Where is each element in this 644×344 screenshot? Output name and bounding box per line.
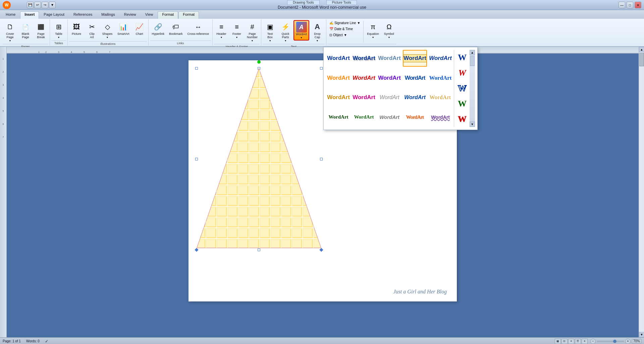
text-box-arrow: ▼: [269, 40, 271, 42]
wordart-item-4[interactable]: WordArt: [403, 50, 427, 67]
tab-review[interactable]: Review: [120, 11, 141, 19]
draft-view-btn[interactable]: ≡: [582, 339, 588, 344]
wordart-item-19[interactable]: WordArt: [403, 109, 427, 126]
quick-parts-label: QuickParts: [282, 32, 289, 39]
redo-btn[interactable]: ↪: [42, 2, 48, 8]
close-btn[interactable]: ✕: [635, 2, 641, 8]
customize-quick-access[interactable]: ▼: [49, 2, 56, 8]
vscroll-thumb[interactable]: [639, 53, 644, 66]
shape-wrapper[interactable]: [195, 67, 323, 251]
chart-btn[interactable]: 📈 Chart: [132, 20, 147, 37]
wordart-item-13[interactable]: WordArt: [377, 89, 401, 106]
wordart-item-2[interactable]: WordArt: [352, 50, 376, 67]
wordart-item-11[interactable]: WordArt: [326, 89, 351, 106]
drop-cap-icon: A: [312, 21, 323, 32]
web-view-btn[interactable]: ≡: [568, 339, 574, 344]
wordart-item-10[interactable]: WordArt: [428, 70, 452, 86]
table-btn[interactable]: ⊞ Table ▼: [51, 20, 66, 40]
fullscreen-view-btn[interactable]: ⊡: [561, 339, 568, 344]
status-bar: Page: 1 of 1 Words: 0 ✓ ▦ ⊡ ≡ ☰ ≡ − + 70…: [0, 337, 644, 344]
cover-page-btn[interactable]: 🗋 CoverPage ▼: [3, 20, 17, 43]
text-box-icon: ▣: [265, 21, 275, 32]
save-quick-btn[interactable]: 💾: [27, 2, 34, 8]
smartart-btn[interactable]: 📊 SmartArt: [115, 20, 131, 37]
wordart-item-5[interactable]: WordArt: [428, 50, 452, 67]
tab-page-layout[interactable]: Page Layout: [39, 11, 69, 19]
print-view-btn[interactable]: ▦: [555, 339, 561, 344]
zoom-in-btn[interactable]: +: [625, 339, 631, 344]
wordart-item-12[interactable]: WordArt: [352, 89, 376, 106]
wordart-item-14[interactable]: WordArt: [403, 89, 427, 106]
page-number-btn[interactable]: # PageNumber ▼: [245, 20, 260, 43]
quick-parts-btn[interactable]: ⚡ QuickParts ▼: [278, 20, 293, 43]
shapes-btn[interactable]: ◇ Shapes ▼: [100, 20, 115, 40]
wordart-item-9[interactable]: WordArt: [403, 70, 427, 86]
tab-home[interactable]: Home: [1, 11, 20, 19]
footer-btn[interactable]: ≡ Footer ▼: [229, 20, 244, 40]
cross-reference-btn[interactable]: ↔ Cross-reference: [185, 20, 211, 37]
outline-view-btn[interactable]: ☰: [575, 339, 581, 344]
wordart-item-1[interactable]: WordArt: [326, 50, 351, 67]
zoom-out-btn[interactable]: −: [590, 339, 596, 344]
symbol-arrow: ▼: [388, 36, 390, 39]
hyperlink-btn[interactable]: 🔗 Hyperlink: [150, 20, 167, 37]
signature-line-btn[interactable]: ✍ Signature Line ▼: [328, 20, 362, 26]
tab-view[interactable]: View: [141, 11, 158, 19]
wordart-w-4[interactable]: W: [455, 96, 469, 112]
drop-cap-btn[interactable]: A DropCap ▼: [310, 20, 325, 43]
zoom-level[interactable]: 70%: [632, 339, 641, 343]
date-time-btn[interactable]: 📅 Date & Time: [328, 26, 362, 32]
object-btn[interactable]: ⊡ Object ▼: [328, 32, 362, 38]
rotation-handle[interactable]: [257, 60, 261, 64]
equation-btn[interactable]: π Equation ▼: [365, 20, 381, 40]
wordart-item-17[interactable]: WordArt: [352, 109, 376, 126]
zoom-thumb[interactable]: [613, 340, 616, 343]
page-scroll-area[interactable]: Just a Girl and Her Blog: [7, 54, 639, 337]
maximize-btn[interactable]: □: [627, 2, 633, 8]
scroll-up-btn[interactable]: ▲: [470, 50, 475, 55]
header-btn[interactable]: ≡ Header ▼: [214, 20, 229, 40]
tab-mailings[interactable]: Mailings: [97, 11, 119, 19]
table-icon: ⊞: [53, 21, 64, 32]
date-time-label: Date & Time: [334, 27, 353, 31]
tab-format-1[interactable]: Format: [158, 11, 178, 19]
picture-btn[interactable]: 🖼 Picture: [69, 20, 84, 37]
wordart-item-16[interactable]: WordArt: [326, 109, 351, 126]
tab-references[interactable]: References: [69, 11, 97, 19]
smartart-label: SmartArt: [117, 32, 129, 36]
scroll-thumb[interactable]: [470, 56, 475, 66]
zoom-slider[interactable]: [597, 341, 624, 342]
vscroll-down[interactable]: ▼: [639, 332, 644, 337]
wordart-item-20[interactable]: WordArt: [428, 109, 452, 126]
watermark-italic: and Her Blog: [418, 289, 447, 294]
right-scrollbar[interactable]: ▲ ▼: [639, 47, 644, 337]
scroll-down-btn[interactable]: ▼: [470, 122, 475, 127]
undo-btn[interactable]: ↩: [34, 2, 41, 8]
tab-insert[interactable]: Insert: [20, 11, 39, 19]
ruler-baseline: [7, 53, 639, 53]
wordart-item-18[interactable]: WordArt: [377, 109, 401, 126]
wordart-btn[interactable]: A WordArt ▼: [293, 20, 309, 41]
wordart-item-3[interactable]: WordArt: [377, 50, 401, 67]
wordart-item-7[interactable]: WordArt: [352, 70, 376, 86]
watermark-normal: Just a Girl: [393, 289, 417, 294]
wordart-w-5[interactable]: W: [455, 112, 469, 127]
minimize-btn[interactable]: —: [619, 2, 625, 8]
wordart-w-3[interactable]: W: [455, 81, 469, 96]
symbol-btn[interactable]: Ω Symbol ▼: [382, 20, 396, 40]
wordart-w-1[interactable]: W: [455, 50, 469, 65]
wordart-w-2[interactable]: W: [455, 65, 469, 81]
wordart-item-6[interactable]: WordArt: [326, 70, 351, 86]
blank-page-btn[interactable]: 📄 BlankPage: [18, 20, 33, 41]
clip-art-btn[interactable]: ✂ ClipArt: [85, 20, 99, 41]
wordart-item-8[interactable]: WordArt: [377, 70, 401, 86]
wordart-item-15[interactable]: WordArt: [428, 89, 452, 106]
gallery-scrollbar[interactable]: ▲ ▼: [470, 50, 475, 127]
text-box-btn[interactable]: ▣ TextBox ▼: [263, 20, 277, 43]
page-break-btn[interactable]: ⬛ PageBreak: [34, 20, 48, 41]
vscroll-up[interactable]: ▲: [639, 47, 644, 52]
tab-format-2[interactable]: Format: [178, 11, 199, 19]
page-number-icon: #: [247, 21, 258, 32]
vscroll-track: [639, 52, 644, 332]
bookmark-btn[interactable]: 🏷 Bookmark: [167, 20, 185, 37]
